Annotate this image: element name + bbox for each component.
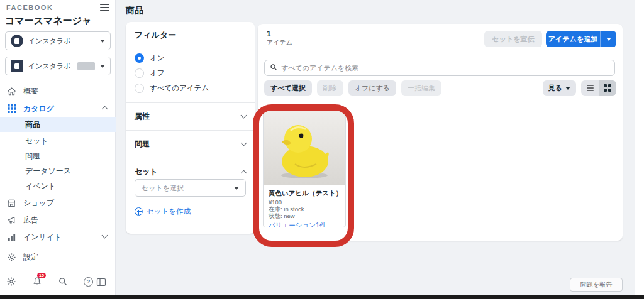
promote-set-button[interactable]: セットを宣伝 xyxy=(484,31,542,47)
item-count-label: アイテム xyxy=(267,38,292,47)
sidebar-item-label: データソース xyxy=(25,166,71,177)
sidebar: FACEBOOK コマースマネージャ インスタラボ インスタラボ 概要 xyxy=(0,0,116,295)
caret-down-icon xyxy=(606,38,611,41)
notifications-bell-icon[interactable]: 15 xyxy=(32,276,42,287)
delete-button[interactable]: 削除 xyxy=(317,80,343,96)
business-account-label: インスタラボ xyxy=(28,36,71,46)
radio-label: すべてのアイテム xyxy=(150,84,209,93)
sidebar-item-label: セット xyxy=(25,136,48,146)
sidebar-item-label: ショップ xyxy=(23,198,54,209)
filter-section-sets[interactable]: セット xyxy=(135,162,246,181)
redacted-text-block xyxy=(77,62,95,70)
section-label: 属性 xyxy=(135,111,150,122)
commerce-manager-screen: FACEBOOK コマースマネージャ インスタラボ インスタラボ 概要 xyxy=(0,0,644,301)
sidebar-item-shop[interactable]: ショップ xyxy=(0,195,116,211)
view-mode-segmented-control xyxy=(581,80,616,96)
business-account-selector[interactable]: インスタラボ xyxy=(5,31,111,50)
item-search-box xyxy=(264,60,615,76)
divider xyxy=(126,45,255,45)
chevron-up-icon xyxy=(241,170,247,176)
help-icon[interactable]: ? xyxy=(84,277,93,287)
sidebar-item-label: インサイト xyxy=(23,232,62,243)
set-select-placeholder: セットを選択 xyxy=(142,183,184,193)
filter-panel-title: フィルター xyxy=(135,30,176,41)
sidebar-item-events[interactable]: イベント xyxy=(0,178,116,194)
view-dropdown-button[interactable]: 見る xyxy=(543,80,576,96)
catalog-avatar xyxy=(11,60,23,72)
sidebar-item-label: 広告 xyxy=(23,215,38,226)
radio-unselected-icon xyxy=(135,84,144,93)
sidebar-item-settings[interactable]: 設定 xyxy=(0,249,116,265)
search-icon[interactable] xyxy=(58,276,68,287)
turn-off-button[interactable]: オフにする xyxy=(348,80,396,96)
sidebar-item-catalog[interactable]: カタログ xyxy=(0,101,116,117)
add-items-button[interactable]: アイテムを追加 xyxy=(546,31,600,47)
sidebar-item-ads[interactable]: 広告 xyxy=(0,212,116,228)
bulk-edit-button[interactable]: 一括編集 xyxy=(401,80,441,96)
product-image-duck xyxy=(264,111,345,185)
view-label: 見る xyxy=(548,84,562,93)
caret-down-icon xyxy=(100,65,105,68)
notification-badge: 15 xyxy=(37,273,46,278)
app-title: コマースマネージャ xyxy=(5,15,91,27)
brand-row: FACEBOOK xyxy=(6,4,109,11)
right-margin xyxy=(635,0,644,301)
catalog-account-selector[interactable]: インスタラボ xyxy=(5,57,111,75)
section-label: 問題 xyxy=(135,139,150,150)
grid-view-icon xyxy=(604,84,611,92)
facebook-logo: FACEBOOK xyxy=(6,4,53,11)
caret-down-icon xyxy=(565,87,570,90)
filter-radio-off[interactable]: オフ xyxy=(135,68,165,78)
radio-unselected-icon xyxy=(135,68,144,78)
collapse-panel-icon[interactable] xyxy=(96,277,106,290)
gear-icon xyxy=(6,253,17,262)
divider xyxy=(258,55,623,55)
sidebar-item-label: 問題 xyxy=(25,151,40,161)
select-all-button[interactable]: すべて選択 xyxy=(264,80,312,96)
filter-radio-on[interactable]: オン xyxy=(135,53,165,63)
report-issue-button[interactable]: 問題を報告 xyxy=(570,278,623,292)
catalog-account-label: インスタラボ xyxy=(28,62,71,71)
product-condition: 状態: new xyxy=(269,212,295,221)
item-count: 1 xyxy=(267,30,271,38)
divider xyxy=(126,158,255,158)
search-icon xyxy=(270,62,277,74)
radio-selected-icon xyxy=(135,53,144,63)
chevron-down-icon xyxy=(241,112,247,119)
product-card[interactable]: 黄色いアヒル（テスト） ¥100 在庫: in stock 状態: new バリ… xyxy=(263,111,346,227)
items-panel: 1 アイテム セットを宣伝 アイテムを追加 すべて選択 削除 オフにする 一括編… xyxy=(258,24,623,241)
divider xyxy=(126,102,255,103)
settings-gear-icon[interactable] xyxy=(6,276,16,287)
sidebar-item-label: カタログ xyxy=(23,104,54,114)
items-toolbar: すべて選択 削除 オフにする 一括編集 見る xyxy=(264,80,616,96)
set-select-dropdown[interactable]: セットを選択 xyxy=(135,179,246,197)
sidebar-item-insights[interactable]: インサイト xyxy=(0,229,116,245)
business-avatar xyxy=(11,35,23,47)
chevron-down-icon xyxy=(241,140,247,146)
filter-section-attributes[interactable]: 属性 xyxy=(135,107,246,126)
hamburger-menu-icon[interactable] xyxy=(100,4,109,11)
sidebar-item-sets[interactable]: セット xyxy=(0,133,116,148)
grid-view-button[interactable] xyxy=(599,80,616,96)
sidebar-item-data-sources[interactable]: データソース xyxy=(0,163,116,178)
chevron-up-icon xyxy=(103,104,107,113)
list-view-button[interactable] xyxy=(581,80,599,96)
catalog-grid-icon xyxy=(6,104,17,113)
search-input[interactable] xyxy=(281,64,609,72)
sidebar-item-products[interactable]: 商品 xyxy=(0,117,116,132)
filter-section-issues[interactable]: 問題 xyxy=(135,134,246,153)
add-items-button-group: アイテムを追加 xyxy=(546,31,616,47)
radio-label: オン xyxy=(150,53,165,63)
variations-link[interactable]: バリエーション1件 xyxy=(269,221,326,227)
create-set-link[interactable]: セットを作成 xyxy=(135,207,191,216)
insights-chart-icon xyxy=(6,233,17,242)
sidebar-item-overview[interactable]: 概要 xyxy=(0,83,116,99)
add-items-dropdown-button[interactable] xyxy=(600,31,616,47)
filter-panel: フィルター オン オフ すべてのアイテム 属性 問題 セット xyxy=(126,22,255,234)
filter-radio-all-items[interactable]: すべてのアイテム xyxy=(135,84,209,93)
bottom-black-bar xyxy=(0,295,644,299)
section-label: セット xyxy=(135,167,158,177)
product-title: 黄色いアヒル（テスト） xyxy=(269,189,342,198)
megaphone-icon xyxy=(6,216,17,225)
sidebar-item-issues[interactable]: 問題 xyxy=(0,148,116,163)
